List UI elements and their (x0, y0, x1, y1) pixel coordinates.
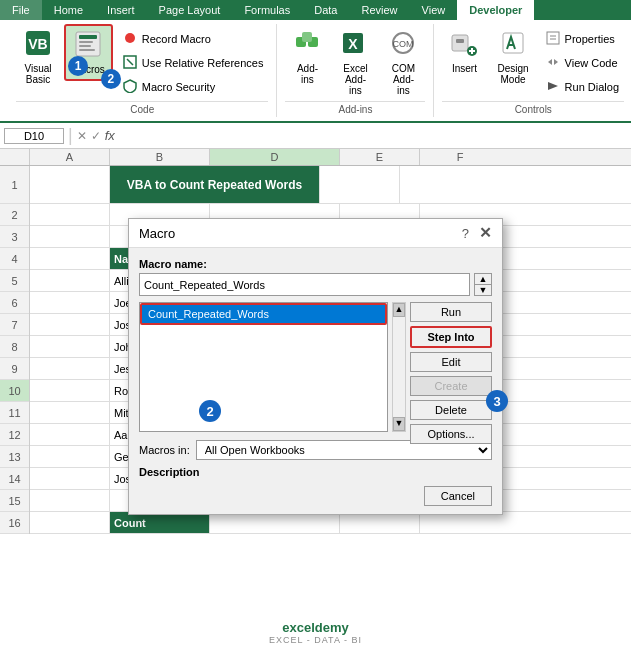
cell-a9[interactable] (30, 358, 110, 380)
svg-rect-4 (79, 41, 93, 43)
svg-text:X: X (349, 36, 359, 52)
run-dialog-label: Run Dialog (565, 81, 619, 93)
relative-references-button[interactable]: Use Relative References (117, 52, 269, 74)
ribbon-small-stack: Record Macro Use Relative References Mac… (117, 24, 269, 98)
cell-a1[interactable] (30, 166, 110, 204)
cancel-button[interactable]: Cancel (424, 486, 492, 506)
insert-button[interactable]: Insert (442, 24, 486, 79)
code-group-label: Code (16, 101, 268, 117)
cell-a14[interactable] (30, 468, 110, 490)
svg-rect-3 (79, 35, 97, 39)
excel-add-ins-button[interactable]: X ExcelAdd-ins (333, 24, 377, 101)
cell-a13[interactable] (30, 446, 110, 468)
cell-b1[interactable]: VBA to Count Repeated Words (110, 166, 320, 204)
cell-a11[interactable] (30, 402, 110, 424)
svg-rect-12 (302, 32, 312, 42)
cell-a6[interactable] (30, 292, 110, 314)
ribbon-tabs: File Home Insert Page Layout Formulas Da… (0, 0, 631, 20)
macros-in-label: Macros in: (139, 444, 190, 456)
svg-rect-18 (456, 39, 464, 43)
formula-input[interactable] (119, 128, 627, 144)
macro-name-scroll[interactable]: ▲ ▼ (474, 273, 492, 296)
macro-name-input[interactable] (139, 273, 470, 296)
macros-badge: 2 (101, 69, 121, 89)
design-mode-button[interactable]: DesignMode (490, 24, 535, 90)
tab-developer[interactable]: Developer (457, 0, 534, 20)
cell-e16[interactable] (340, 512, 420, 534)
cell-a12[interactable] (30, 424, 110, 446)
properties-label: Properties (565, 33, 615, 45)
dialog-close-button[interactable]: ✕ (479, 224, 492, 242)
run-dialog-button[interactable]: Run Dialog (540, 76, 624, 98)
tab-data[interactable]: Data (302, 0, 349, 20)
cell-a2[interactable] (30, 204, 110, 226)
tab-file[interactable]: File (0, 0, 42, 20)
macro-list[interactable]: Count_Repeated_Words (139, 302, 388, 432)
row-header-4: 4 (0, 248, 29, 270)
run-button[interactable]: Run (410, 302, 492, 322)
scrollbar-thumb-down[interactable]: ▼ (393, 417, 405, 431)
tab-review[interactable]: Review (349, 0, 409, 20)
properties-button[interactable]: Properties (540, 28, 624, 50)
macro-name-label: Macro name: (139, 258, 492, 270)
row-header-6: 6 (0, 292, 29, 314)
step-into-button[interactable]: Step Into (410, 326, 492, 348)
badge-3: 3 (486, 390, 508, 412)
view-code-button[interactable]: View Code (540, 52, 624, 74)
name-box[interactable] (4, 128, 64, 144)
cell-a8[interactable] (30, 336, 110, 358)
cancel-icon[interactable]: ✕ (77, 129, 87, 143)
cell-a3[interactable] (30, 226, 110, 248)
add-ins-button[interactable]: Add-ins (285, 24, 329, 90)
cell-a7[interactable] (30, 314, 110, 336)
scrollbar-thumb[interactable]: ▲ (393, 303, 405, 317)
options-button[interactable]: Options... (410, 424, 492, 444)
row-header-16: 16 (0, 512, 29, 534)
tab-view[interactable]: View (410, 0, 458, 20)
cell-e1[interactable] (320, 166, 400, 204)
tab-home[interactable]: Home (42, 0, 95, 20)
edit-button[interactable]: Edit (410, 352, 492, 372)
ribbon-content: VB VisualBasic (0, 20, 631, 123)
macro-list-item-selected[interactable]: Count_Repeated_Words (140, 303, 387, 325)
relative-ref-icon (122, 55, 138, 71)
cell-a16[interactable] (30, 512, 110, 534)
macro-name-row: ▲ ▼ (139, 273, 492, 296)
cell-d16[interactable] (210, 512, 340, 534)
cell-a5[interactable] (30, 270, 110, 292)
com-add-ins-label: COMAdd-ins (388, 63, 418, 96)
visual-basic-icon: VB (24, 29, 52, 61)
cell-b16[interactable]: Count (110, 512, 210, 534)
row-header-5: 5 (0, 270, 29, 292)
tab-formulas[interactable]: Formulas (232, 0, 302, 20)
macro-security-button[interactable]: Macro Security (117, 76, 269, 98)
visual-basic-button[interactable]: VB VisualBasic (16, 24, 60, 90)
svg-rect-5 (79, 45, 91, 47)
record-macro-button[interactable]: Record Macro (117, 28, 269, 50)
cell-f1[interactable] (400, 166, 631, 204)
confirm-icon[interactable]: ✓ (91, 129, 101, 143)
macro-list-area: Count_Repeated_Words ▲ ▼ 2 Run Step Into… (139, 302, 492, 432)
tab-insert[interactable]: Insert (95, 0, 147, 20)
list-scrollbar[interactable]: ▲ ▼ (392, 302, 406, 432)
cell-a10[interactable] (30, 380, 110, 402)
cell-f16[interactable] (420, 512, 631, 534)
com-add-ins-button[interactable]: COM COMAdd-ins (381, 24, 425, 101)
svg-marker-27 (548, 82, 558, 90)
relative-references-label: Use Relative References (142, 57, 264, 69)
dialog-help-button[interactable]: ? (462, 226, 469, 241)
tab-page-layout[interactable]: Page Layout (147, 0, 233, 20)
view-code-icon (545, 55, 561, 71)
macro-security-label: Macro Security (142, 81, 215, 93)
row-header-8: 8 (0, 336, 29, 358)
view-code-label: View Code (565, 57, 618, 69)
scroll-up[interactable]: ▲ (475, 274, 491, 285)
excel-add-ins-label: ExcelAdd-ins (340, 63, 370, 96)
record-macro-label: Record Macro (142, 33, 211, 45)
cell-a4[interactable] (30, 248, 110, 270)
scroll-down[interactable]: ▼ (475, 285, 491, 295)
insert-icon (450, 29, 478, 61)
badge-2: 2 (199, 400, 221, 422)
svg-rect-24 (547, 32, 559, 44)
cell-a15[interactable] (30, 490, 110, 512)
